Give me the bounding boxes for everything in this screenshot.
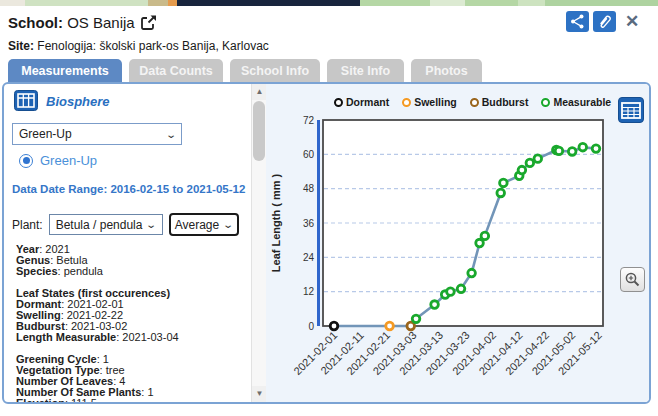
scroll-up-icon[interactable]: ▲ [252,84,267,100]
plant-select[interactable]: Betula / pendula ⌄ [49,214,163,235]
detail-row: Elevation: 111.5 [16,398,244,404]
tab-measurements[interactable]: Measurements [8,59,122,82]
aggregate-select-value: Average [175,218,219,232]
svg-text:48: 48 [303,183,315,194]
chevron-down-icon: ⌄ [146,219,158,230]
svg-text:0: 0 [308,321,314,332]
svg-text:60: 60 [303,149,315,160]
biosphere-label: Biosphere [46,94,110,109]
tab-school-info[interactable]: School Info [230,59,320,82]
chevron-down-icon: ⌄ [165,129,177,140]
plant-select-value: Betula / pendula [56,218,143,232]
greenup-radio-label: Green-Up [40,153,97,168]
greenup-radio[interactable] [19,154,33,168]
chevron-down-icon: ⌄ [223,219,235,230]
svg-text:Leaf Length ( mm ): Leaf Length ( mm ) [270,173,282,272]
paperclip-icon [597,14,612,29]
protocol-select-value: Green-Up [19,127,72,141]
school-title: School: OS Banija [8,14,158,31]
tab-photos[interactable]: Photos [411,59,482,82]
greenup-radio-row[interactable]: Green-Up [19,153,97,168]
svg-text:24: 24 [303,252,315,263]
school-label: School: [8,14,63,31]
site-detail-popup: School: OS Banija Site: Fenologija: škol… [0,6,658,416]
share-icon [570,14,585,29]
site-value: Fenologija: školski park-os Banija, Karl… [37,39,268,53]
external-link-icon[interactable] [140,14,158,31]
plant-label: Plant: [12,218,43,232]
tab-site-info[interactable]: Site Info [327,59,404,82]
leaf-length-chart: 0122436486072Leaf Length ( mm )2021-02-0… [266,84,649,402]
plant-details: Year: 2021Genus: BetulaSpecies: pendulaL… [16,244,244,404]
attach-button[interactable] [593,11,616,32]
detail-row: Species: pendula [16,266,244,277]
svg-text:12: 12 [303,286,315,297]
aggregate-select[interactable]: Average ⌄ [169,213,239,236]
share-button[interactable] [566,11,589,32]
tab-bar: MeasurementsData CountsSchool InfoSite I… [8,59,482,82]
school-name: OS Banija [67,14,135,31]
scroll-down-icon[interactable]: ▼ [252,386,267,402]
biosphere-icon [14,90,38,111]
tab-data-counts[interactable]: Data Counts [129,59,223,82]
data-date-range: Data Date Range: 2016-02-15 to 2021-05-1… [12,183,245,195]
protocol-select[interactable]: Green-Up ⌄ [12,123,182,145]
scrollbar-thumb[interactable] [253,101,265,161]
svg-text:36: 36 [303,218,315,229]
site-label: Site: [8,39,34,53]
site-subtitle: Site: Fenologija: školski park-os Banija… [8,39,269,53]
detail-row: Length Measurable: 2021-03-04 [16,332,244,343]
chart-panel: DormantSwellingBudburstMeasurable 012243… [266,84,649,402]
svg-text:72: 72 [303,115,315,126]
measurements-panel: Biosphere Green-Up ⌄ Green-Up Data Date … [2,82,651,404]
close-icon[interactable]: ✕ [621,11,643,33]
sidebar-scrollbar[interactable]: ▲ ▼ [251,84,266,402]
